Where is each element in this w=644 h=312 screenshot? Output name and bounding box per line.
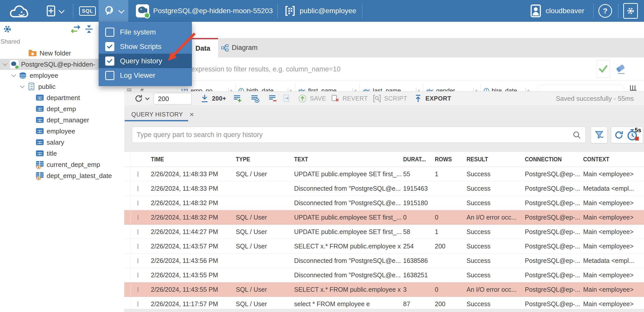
fetch-more-button[interactable]: 200+ [200, 91, 226, 106]
save-button[interactable]: SAVE [298, 91, 326, 106]
settings-button[interactable] [623, 0, 638, 22]
query-history-row[interactable]: 2/26/2024, 11:43:55 PM SQL / User SELECT… [124, 282, 644, 297]
col-time[interactable]: TIME [151, 156, 231, 163]
schema-selector[interactable]: public@employee [284, 0, 356, 22]
tools-menu-trigger[interactable] [99, 0, 128, 22]
expand-row-chevron-icon[interactable] [138, 172, 138, 177]
auto-refresh-timer-button[interactable]: 5s [627, 128, 641, 142]
query-history-row[interactable]: 2/26/2024, 11:43:57 PM SQL / User SELECT… [124, 239, 644, 253]
tree-item[interactable]: employee [0, 126, 124, 137]
tree-item[interactable]: title [0, 148, 124, 159]
sort-icon[interactable] [352, 88, 357, 91]
checkbox-icon[interactable] [105, 56, 114, 66]
expand-chevron-icon[interactable] [11, 72, 16, 77]
tab-query-history[interactable]: QUERY HISTORY × [124, 107, 194, 122]
col-result[interactable]: RESULT [467, 156, 521, 163]
query-history-row[interactable]: 2/26/2024, 11:48:32 PM SQL / User UPDATE… [124, 210, 644, 225]
query-history-row[interactable]: 2/26/2024, 11:43:55 PM Disconnected from… [124, 268, 644, 282]
tree-item[interactable]: department [0, 92, 124, 103]
add-row-button[interactable] [232, 91, 243, 106]
tab-data[interactable]: Data [188, 38, 218, 57]
expand-row-chevron-icon[interactable] [138, 258, 138, 263]
filter-button[interactable] [591, 127, 607, 143]
expand-row-chevron-icon[interactable] [138, 229, 138, 234]
sidebar-settings-icon[interactable] [3, 25, 12, 33]
sort-icon[interactable] [416, 88, 420, 91]
sort-icon[interactable] [473, 88, 478, 91]
apply-filter-button[interactable] [596, 60, 610, 78]
tree-item[interactable]: dept_emp [0, 103, 124, 114]
help-button[interactable]: ? [598, 0, 612, 22]
col-context[interactable]: CONTEXT [583, 156, 640, 163]
user-menu[interactable]: cloudbeaver [530, 0, 584, 22]
checkbox-icon[interactable] [105, 42, 114, 51]
expand-chevron-icon[interactable] [20, 83, 25, 88]
expand-row-chevron-icon[interactable] [138, 244, 138, 249]
export-button[interactable]: EXPORT [413, 91, 451, 106]
query-history-row[interactable]: 2/26/2024, 11:48:32 PM Disconnected from… [124, 196, 644, 210]
menu-item[interactable]: File system [99, 25, 192, 39]
fetch-size-input[interactable] [154, 93, 192, 105]
refresh-history-button[interactable] [613, 129, 624, 141]
tree-item[interactable]: dept_manager [0, 114, 124, 126]
expand-row-chevron-icon[interactable] [138, 287, 138, 292]
script-button[interactable]: SCRIPT [372, 91, 407, 106]
menu-item[interactable]: Query history [99, 54, 192, 68]
search-icon[interactable] [573, 131, 581, 139]
grid-column-header[interactable]: hire_date [480, 83, 532, 91]
expand-row-chevron-icon[interactable] [138, 302, 138, 306]
panel-tab-bar: QUERY HISTORY × [124, 107, 644, 122]
query-history-row[interactable]: 2/26/2024, 11:43:56 PM Disconnected from… [124, 253, 644, 268]
grid-corner-icon[interactable]: ⊞ [124, 87, 134, 91]
menu-item[interactable]: Log Viewer [99, 68, 192, 83]
cell-context: Main <employee> [583, 170, 644, 178]
tab-diagram[interactable]: Diagram [221, 38, 262, 57]
sql-editor-button[interactable]: SQL [79, 0, 96, 22]
query-history-search-input[interactable] [132, 127, 586, 143]
grid-column-header[interactable]: abc gender [423, 83, 480, 91]
sort-icon[interactable] [525, 88, 530, 91]
auto-refresh-button[interactable] [281, 91, 292, 106]
refresh-button[interactable] [134, 91, 148, 106]
connection-selector[interactable]: PostgreSQL@ep-hidden-moon-55203 [136, 0, 273, 22]
checkbox-icon[interactable] [105, 71, 114, 80]
tree-item[interactable]: dept_emp_latest_date [0, 170, 124, 181]
col-rows[interactable]: ROWS [435, 156, 465, 163]
grid-column-header[interactable]: abc first_name [295, 83, 360, 91]
expand-row-chevron-icon[interactable] [138, 273, 138, 278]
col-text[interactable]: TEXT [294, 156, 397, 163]
clear-filter-button[interactable] [614, 63, 627, 75]
col-connection[interactable]: CONNECTION [525, 156, 580, 163]
new-connection-button[interactable] [46, 0, 63, 22]
expand-row-chevron-icon[interactable] [138, 186, 138, 191]
delete-row-button[interactable] [268, 91, 278, 106]
grid-column-header[interactable]: abc last_name [360, 83, 423, 91]
duplicate-row-button[interactable] [250, 91, 260, 106]
tree-item[interactable]: salary [0, 137, 124, 148]
tree-item[interactable]: current_dept_emp [0, 159, 124, 170]
export-label: EXPORT [425, 95, 451, 102]
revert-button[interactable]: REVERT [330, 91, 368, 106]
sort-icon[interactable] [228, 88, 233, 91]
filter-expression-input[interactable] [191, 61, 592, 77]
query-history-row[interactable]: 2/26/2024, 11:48:33 PM SQL / User UPDATE… [124, 167, 644, 181]
save-icon [298, 94, 307, 103]
checkbox-icon[interactable] [105, 28, 114, 37]
expand-row-chevron-icon[interactable] [138, 215, 138, 220]
grid-column-header[interactable]: birth_date [235, 83, 295, 91]
collapse-all-icon[interactable] [84, 25, 94, 33]
cloudbeaver-logo[interactable] [6, 0, 33, 22]
query-history-row[interactable]: 2/26/2024, 11:44:27 PM SQL / User UPDATE… [124, 225, 644, 239]
columns-icon[interactable] [630, 85, 637, 91]
col-type[interactable]: TYPE [236, 156, 291, 163]
col-duration[interactable]: DURAT... [403, 156, 433, 163]
divider [593, 4, 594, 18]
link-editor-icon[interactable] [70, 25, 81, 33]
sort-icon[interactable] [288, 88, 292, 91]
close-icon[interactable]: × [189, 111, 194, 118]
horizontal-scrollbar[interactable] [538, 85, 624, 91]
query-history-row[interactable]: 2/26/2024, 11:48:33 PM Disconnected from… [124, 181, 644, 196]
expand-row-chevron-icon[interactable] [138, 201, 138, 205]
menu-item[interactable]: Show Scripts [99, 39, 192, 54]
expand-chevron-icon[interactable] [3, 61, 7, 66]
